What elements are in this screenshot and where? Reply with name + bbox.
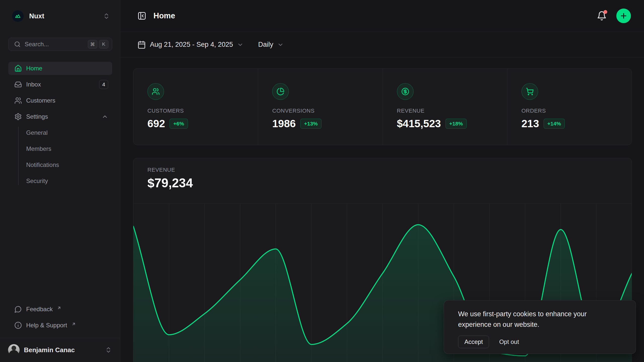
search-shortcut: ⌘ K	[88, 40, 108, 49]
page-header: Home	[120, 0, 644, 32]
sidebar-divider	[0, 338, 120, 338]
sidebar-item-settings[interactable]: Settings	[8, 110, 112, 123]
stat-value: $415,523	[397, 118, 441, 130]
feedback-link[interactable]: Feedback	[8, 303, 112, 316]
sidebar-item-members[interactable]: Members	[26, 142, 112, 155]
sidebar-nav: Home Inbox 4 Customers Settings Ge	[8, 62, 112, 191]
opt-out-button[interactable]: Opt out	[499, 338, 519, 345]
stats-row: CUSTOMERS 692 +6% CONVERSIONS 1986 +13% …	[133, 68, 632, 145]
notification-dot	[603, 10, 607, 14]
stat-label: REVENUE	[397, 108, 497, 114]
revenue-value: $79,234	[147, 176, 618, 190]
stat-delta-badge: +18%	[446, 119, 467, 129]
search-placeholder: Search...	[25, 41, 49, 48]
sidebar-item-customers[interactable]: Customers	[8, 94, 112, 107]
stat-label: CUSTOMERS	[147, 108, 248, 114]
help-support-link[interactable]: Help & Support	[8, 319, 112, 332]
stat-value: 213	[521, 118, 539, 130]
pie-chart-icon	[276, 87, 285, 96]
chevron-up-icon	[102, 113, 108, 120]
stat-card-customers[interactable]: CUSTOMERS 692 +6%	[133, 69, 258, 145]
help-support-label: Help & Support	[26, 322, 67, 329]
filters-toolbar: Aug 21, 2025 - Sep 4, 2025 Daily	[120, 32, 644, 57]
sidebar-item-label: Customers	[26, 97, 55, 104]
settings-children: General Members Notifications Security	[8, 126, 112, 188]
date-range-label: Aug 21, 2025 - Sep 4, 2025	[150, 41, 233, 49]
stat-card-orders[interactable]: ORDERS 213 +14%	[507, 69, 632, 145]
avatar	[8, 344, 20, 356]
sidebar-footer: Feedback Help & Support	[8, 303, 112, 335]
stat-card-conversions[interactable]: CONVERSIONS 1986 +13%	[258, 69, 382, 145]
sidebar-item-security[interactable]: Security	[26, 174, 112, 188]
chevron-down-icon	[277, 41, 284, 48]
users-icon	[14, 97, 22, 104]
plus-icon	[620, 12, 628, 20]
notifications-button[interactable]	[597, 11, 607, 21]
add-button[interactable]	[616, 9, 631, 23]
chevron-down-icon	[237, 41, 244, 48]
brand-name: Nuxt	[29, 12, 44, 20]
cookie-banner: We use first-party cookies to enhance yo…	[444, 300, 636, 354]
calendar-icon	[137, 40, 146, 49]
info-icon	[14, 322, 22, 329]
sidebar-item-home[interactable]: Home	[8, 62, 112, 75]
user-menu[interactable]: Benjamin Canac	[4, 340, 116, 359]
stat-value: 692	[147, 118, 165, 130]
date-range-picker[interactable]: Aug 21, 2025 - Sep 4, 2025	[137, 40, 244, 49]
page-title: Home	[153, 11, 175, 20]
cookie-message: We use first-party cookies to enhance yo…	[458, 309, 614, 330]
search-icon	[14, 41, 21, 48]
gear-icon	[14, 113, 22, 120]
revenue-label: REVENUE	[147, 167, 618, 173]
inbox-count-badge: 4	[99, 80, 108, 89]
search-input[interactable]: Search... ⌘ K	[8, 38, 112, 51]
stat-delta-badge: +6%	[170, 119, 188, 129]
users-icon	[152, 87, 160, 96]
accept-button[interactable]: Accept	[458, 336, 489, 348]
workspace-switcher[interactable]: Nuxt	[12, 9, 110, 23]
kbd-cmd: ⌘	[88, 40, 97, 49]
chevrons-up-down-icon	[105, 346, 112, 353]
home-icon	[14, 65, 22, 72]
granularity-label: Daily	[258, 41, 273, 49]
sidebar: Nuxt Search... ⌘ K Home Inbox 4	[0, 0, 120, 362]
sidebar-item-notifications[interactable]: Notifications	[26, 158, 112, 171]
stat-delta-badge: +13%	[300, 119, 321, 129]
stat-delta-badge: +14%	[544, 119, 565, 129]
stat-label: ORDERS	[521, 108, 622, 114]
external-link-icon	[71, 322, 76, 326]
sidebar-item-label: Home	[26, 65, 42, 72]
user-name: Benjamin Canac	[24, 346, 75, 354]
collapse-sidebar-icon[interactable]	[137, 11, 146, 20]
external-link-icon	[57, 306, 61, 310]
stat-value: 1986	[272, 118, 296, 130]
inbox-icon	[14, 81, 22, 88]
message-circle-icon	[14, 305, 22, 313]
granularity-select[interactable]: Daily	[258, 41, 284, 49]
sidebar-item-inbox[interactable]: Inbox 4	[8, 78, 112, 91]
sidebar-item-label: Inbox	[26, 81, 41, 88]
sidebar-item-general[interactable]: General	[26, 126, 112, 139]
shopping-cart-icon	[526, 87, 534, 96]
kbd-k: K	[99, 40, 108, 49]
stat-card-revenue[interactable]: REVENUE $415,523 +18%	[383, 69, 507, 145]
nuxt-logo-icon	[12, 10, 24, 22]
sidebar-item-label: Settings	[26, 113, 48, 120]
stat-label: CONVERSIONS	[272, 108, 372, 114]
feedback-label: Feedback	[26, 306, 53, 313]
circle-dollar-icon	[401, 87, 409, 96]
chevrons-up-down-icon	[103, 13, 110, 20]
